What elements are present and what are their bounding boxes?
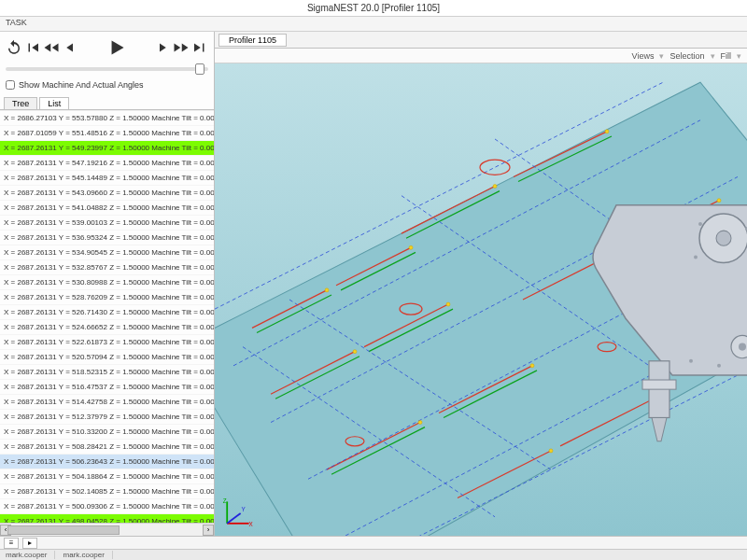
status-user-2: mark.cooper <box>63 551 112 559</box>
status-user-1: mark.cooper <box>6 551 55 559</box>
svg-point-39 <box>446 302 450 306</box>
coord-row[interactable]: X = 2687.26131 Y = 534.90545 Z = 1.50000… <box>0 245 214 260</box>
skip-start-button[interactable] <box>24 39 41 56</box>
coord-row[interactable]: X = 2687.26131 Y = 510.33200 Z = 1.50000… <box>0 425 214 440</box>
ribbon-task-label: TASK <box>6 18 27 27</box>
show-angles-label: Show Machine And Actual Angles <box>19 80 144 90</box>
list-hscrollbar[interactable]: ‹ › <box>0 523 214 536</box>
svg-point-38 <box>353 350 357 354</box>
coord-row[interactable]: X = 2687.26131 Y = 539.00103 Z = 1.50000… <box>0 216 214 231</box>
show-angles-checkbox[interactable] <box>6 80 15 90</box>
step-back-button[interactable] <box>62 39 78 56</box>
coord-row[interactable]: X = 2687.26131 Y = 524.66652 Z = 1.50000… <box>0 320 214 335</box>
coord-row[interactable]: X = 2687.01059 Y = 551.48516 Z = 1.50000… <box>0 126 214 141</box>
viewport-toolbar: Views▾ Selection▾ Fill▾ <box>215 49 747 63</box>
nest-scene <box>215 63 747 536</box>
axis-gizmo-icon: X Z Y <box>220 497 254 530</box>
svg-point-50 <box>739 343 746 351</box>
viewport-panel: Profiler 1105 Views▾ Selection▾ Fill▾ <box>215 32 747 536</box>
coord-row[interactable]: X = 2687.26131 Y = 547.19216 Z = 1.50000… <box>0 156 214 171</box>
coord-row[interactable]: X = 2687.26131 Y = 508.28421 Z = 1.50000… <box>0 440 214 455</box>
fill-menu[interactable]: Fill <box>717 51 736 61</box>
bottom-tab-strip: ≡ ▸ <box>0 536 747 549</box>
playback-slider[interactable] <box>0 63 214 77</box>
status-bar: mark.cooper mark.cooper <box>0 549 747 560</box>
coord-row[interactable]: X = 2687.26131 Y = 530.80988 Z = 1.50000… <box>0 275 214 290</box>
loop-button[interactable] <box>6 39 22 56</box>
coord-row[interactable]: X = 2687.26131 Y = 520.57094 Z = 1.50000… <box>0 350 214 365</box>
coord-row[interactable]: X = 2687.26131 Y = 500.09306 Z = 1.50000… <box>0 499 214 514</box>
svg-point-56 <box>689 359 693 363</box>
coord-row[interactable]: X = 2687.26131 Y = 545.14489 Z = 1.50000… <box>0 171 214 186</box>
bottom-tab-1[interactable]: ≡ <box>4 538 19 549</box>
svg-point-51 <box>698 222 702 226</box>
coord-row[interactable]: X = 2687.26131 Y = 514.42758 Z = 1.50000… <box>0 395 214 410</box>
svg-point-36 <box>409 245 413 249</box>
svg-point-46 <box>549 449 553 453</box>
3d-viewport[interactable]: X Z Y <box>215 63 747 536</box>
coord-row[interactable]: X = 2687.26131 Y = 541.04882 Z = 1.50000… <box>0 201 214 216</box>
bottom-tab-play[interactable]: ▸ <box>22 538 37 549</box>
svg-text:X: X <box>249 521 254 527</box>
svg-point-37 <box>493 185 497 189</box>
coord-row[interactable]: X = 2686.27103 Y = 553.57880 Z = 1.50000… <box>0 111 214 126</box>
coord-row[interactable]: X = 2687.26131 Y = 502.14085 Z = 1.50000… <box>0 484 214 499</box>
step-fwd-button[interactable] <box>154 39 171 56</box>
coord-row[interactable]: X = 2687.26131 Y = 512.37979 Z = 1.50000… <box>0 410 214 425</box>
coord-row[interactable]: X = 2687.26131 Y = 528.76209 Z = 1.50000… <box>0 290 214 305</box>
play-button[interactable] <box>105 35 129 60</box>
svg-point-41 <box>418 421 422 425</box>
coordinate-list[interactable]: X = 2686.27103 Y = 553.57880 Z = 1.50000… <box>0 110 214 523</box>
svg-point-42 <box>530 364 534 368</box>
scroll-thumb[interactable] <box>7 525 120 535</box>
tab-list[interactable]: List <box>39 97 69 109</box>
coord-row[interactable]: X = 2687.26131 Y = 506.23643 Z = 1.50000… <box>0 455 214 469</box>
coord-row[interactable]: X = 2687.26131 Y = 549.23997 Z = 1.50000… <box>0 141 214 156</box>
svg-point-35 <box>325 288 329 292</box>
views-menu[interactable]: Views <box>628 51 658 61</box>
svg-point-45 <box>717 199 721 203</box>
svg-point-48 <box>716 231 731 245</box>
coord-row[interactable]: X = 2687.26131 Y = 536.95324 Z = 1.50000… <box>0 231 214 245</box>
coord-row[interactable]: X = 2687.26131 Y = 504.18864 Z = 1.50000… <box>0 469 214 484</box>
svg-marker-58 <box>652 418 667 441</box>
svg-point-54 <box>694 255 698 259</box>
rewind-button[interactable] <box>43 39 60 56</box>
svg-text:Y: Y <box>242 506 247 512</box>
playback-controls <box>0 32 214 63</box>
skip-end-button[interactable] <box>191 39 208 56</box>
tab-tree[interactable]: Tree <box>4 97 37 109</box>
svg-line-62 <box>227 513 240 524</box>
svg-rect-59 <box>642 380 676 389</box>
left-tabs: Tree List <box>0 93 214 110</box>
coord-row[interactable]: X = 2687.26131 Y = 516.47537 Z = 1.50000… <box>0 380 214 395</box>
coord-row[interactable]: X = 2687.26131 Y = 518.52315 Z = 1.50000… <box>0 365 214 380</box>
svg-point-40 <box>605 130 609 133</box>
svg-point-55 <box>717 364 721 368</box>
simulation-panel: Show Machine And Actual Angles Tree List… <box>0 32 215 536</box>
ribbon-task-tab[interactable]: TASK <box>0 17 747 32</box>
selection-menu[interactable]: Selection <box>666 51 708 61</box>
coord-row[interactable]: X = 2687.26131 Y = 543.09660 Z = 1.50000… <box>0 186 214 201</box>
coord-row[interactable]: X = 2687.26131 Y = 498.04528 Z = 1.50000… <box>0 514 214 523</box>
coord-row[interactable]: X = 2687.26131 Y = 526.71430 Z = 1.50000… <box>0 305 214 320</box>
slider-thumb[interactable] <box>195 63 204 75</box>
viewport-tab[interactable]: Profiler 1105 <box>218 34 287 47</box>
fast-fwd-button[interactable] <box>173 39 190 56</box>
coord-row[interactable]: X = 2687.26131 Y = 532.85767 Z = 1.50000… <box>0 260 214 275</box>
scroll-right-arrow[interactable]: › <box>203 525 214 536</box>
window-titlebar: SigmaNEST 20.0 [Profiler 1105] <box>0 0 747 17</box>
window-title: SigmaNEST 20.0 [Profiler 1105] <box>307 3 440 13</box>
coord-row[interactable]: X = 2687.26131 Y = 522.61873 Z = 1.50000… <box>0 335 214 350</box>
svg-text:Z: Z <box>223 497 227 504</box>
